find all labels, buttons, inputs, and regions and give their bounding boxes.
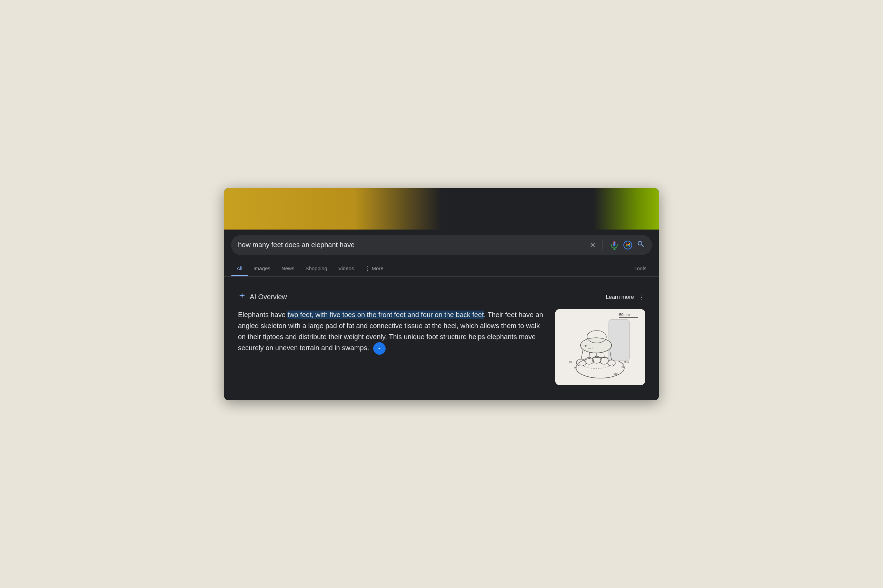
svg-text:Dg: Dg [614,372,617,375]
learn-more-button[interactable]: Learn more [606,294,634,300]
google-lens-icon[interactable] [623,240,633,250]
ai-overview-card: AI Overview Learn more Elephants have tw… [231,285,652,392]
ai-overview-content: Elephants have two feet, with five toes … [238,309,645,385]
search-bar: ✕ [231,235,652,255]
top-image-strip [224,188,659,230]
microphone-icon[interactable] [610,241,619,249]
svg-text:tb: tb [621,365,624,369]
clear-icon[interactable]: ✕ [590,241,596,249]
ai-overview-label: AI Overview [250,293,287,301]
more-options-icon[interactable] [638,293,645,301]
collapse-button[interactable] [373,342,386,355]
ai-overview-actions: Learn more [606,293,645,301]
tab-shopping[interactable]: Shopping [300,261,332,276]
browser-window: ✕ [224,188,659,400]
svg-text:np: np [584,344,587,347]
search-divider [603,240,603,250]
svg-point-0 [624,241,632,249]
tab-images[interactable]: Images [248,261,276,276]
tab-news[interactable]: News [276,261,300,276]
svg-text:50mm: 50mm [619,313,630,317]
main-content: AI Overview Learn more Elephants have tw… [224,277,659,400]
tools-button[interactable]: Tools [629,261,652,276]
navigation-tabs: All Images News Shopping Videos ⋮ More T… [224,261,659,277]
svg-text:mt1: mt1 [624,360,629,363]
svg-text:dc: dc [569,360,572,363]
svg-text:ds: ds [574,366,577,369]
search-input[interactable] [238,241,586,249]
ai-overview-text: Elephants have two feet, with five toes … [238,309,547,355]
text-highlight: two feet, with five toes on the front fe… [287,310,484,319]
tab-videos[interactable]: Videos [333,261,360,276]
tab-all[interactable]: All [231,261,248,276]
more-dots-icon: ⋮ [365,266,370,272]
ai-overview-header: AI Overview Learn more [238,292,645,302]
ai-star-icon [238,292,246,302]
search-submit-icon[interactable] [637,240,645,250]
text-prefix: Elephants have [238,311,287,318]
svg-rect-5 [609,320,629,361]
elephant-foot-diagram: 50mm [555,309,645,385]
svg-text:mc1: mc1 [588,347,594,350]
ai-overview-title: AI Overview [238,292,287,302]
tab-more[interactable]: ⋮ More [360,261,389,276]
search-bar-container: ✕ [224,230,659,261]
tab-more-label: More [372,266,383,271]
